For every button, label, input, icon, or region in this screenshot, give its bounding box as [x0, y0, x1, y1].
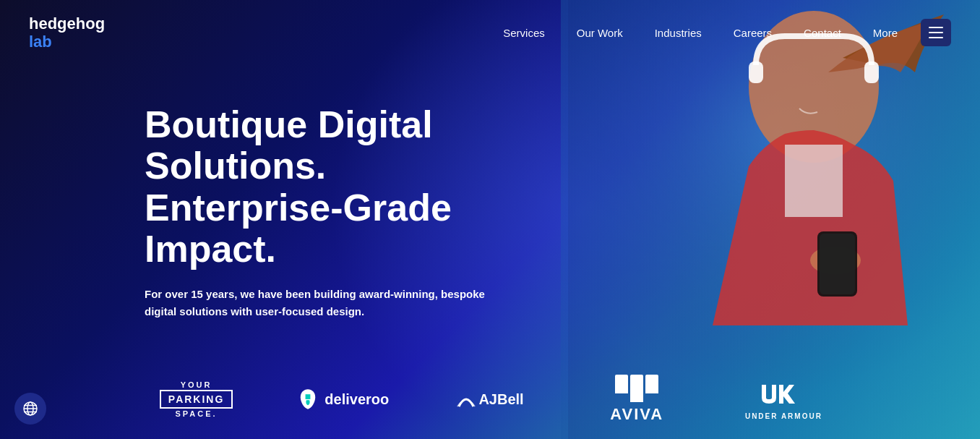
logo-line1: hedgehog [29, 14, 105, 33]
yps-parking: PARKING [160, 390, 233, 409]
ajbell-logo: AJBell [456, 389, 523, 409]
ua-icon [755, 379, 812, 408]
hamburger-line-3 [929, 37, 943, 38]
ua-logo: UNDER ARMOUR [745, 379, 822, 420]
nav-careers[interactable]: Careers [718, 27, 788, 39]
yps-logo: YOUR PARKING SPACE. [160, 380, 233, 419]
hero-title-line2: Enterprise-Grade Impact. [145, 187, 452, 270]
deliveroo-icon [297, 388, 319, 410]
aviva-rect-left [615, 375, 628, 393]
logo-yps: YOUR PARKING SPACE. [123, 380, 270, 419]
aviva-logo: AVIVA [610, 375, 663, 424]
nav-more[interactable]: More [857, 27, 914, 39]
logo-text[interactable]: hedgehog lab [29, 14, 105, 51]
aviva-rect-center [630, 375, 643, 402]
logo[interactable]: hedgehog lab [29, 14, 105, 51]
nav-contact[interactable]: Contact [788, 27, 857, 39]
ajbell-icon [456, 389, 476, 409]
yps-space: SPACE. [176, 409, 218, 419]
logo-deliveroo: deliveroo [270, 388, 416, 410]
logo-ajbell: AJBell [416, 389, 563, 409]
hero-subtitle: For over 15 years, we have been building… [145, 286, 499, 320]
logos-strip: YOUR PARKING SPACE. deliveroo [0, 359, 980, 439]
navbar: hedgehog lab Services Our Work Industrie… [0, 0, 980, 65]
deliveroo-logo: deliveroo [297, 388, 389, 410]
nav-links: Services Our Work Industries Careers Con… [487, 19, 951, 46]
hamburger-line-1 [929, 27, 943, 28]
nav-our-work[interactable]: Our Work [561, 27, 639, 39]
yps-your: YOUR [181, 380, 212, 390]
aviva-rect-right [645, 375, 658, 393]
hero-section: hedgehog lab Services Our Work Industrie… [0, 0, 980, 439]
nav-services[interactable]: Services [487, 27, 561, 39]
ua-text: UNDER ARMOUR [745, 412, 822, 420]
globe-button[interactable] [14, 393, 46, 425]
aviva-text: AVIVA [610, 405, 663, 424]
hero-title: Boutique Digital Solutions. Enterprise-G… [145, 104, 539, 270]
hamburger-line-2 [929, 32, 943, 33]
globe-icon [22, 400, 39, 417]
nav-more-area: More [857, 19, 951, 46]
ajbell-text: AJBell [478, 391, 523, 408]
hamburger-button[interactable] [921, 19, 951, 46]
logo-aviva: AVIVA [564, 375, 710, 424]
svg-rect-7 [820, 234, 855, 294]
logo-line2: lab [29, 33, 105, 51]
hero-title-line1: Boutique Digital Solutions. [145, 103, 433, 187]
nav-industries[interactable]: Industries [639, 27, 718, 39]
svg-rect-4 [785, 145, 843, 217]
logo-under-armour: UNDER ARMOUR [710, 379, 857, 420]
deliveroo-text: deliveroo [324, 391, 389, 408]
aviva-icon [615, 375, 658, 402]
